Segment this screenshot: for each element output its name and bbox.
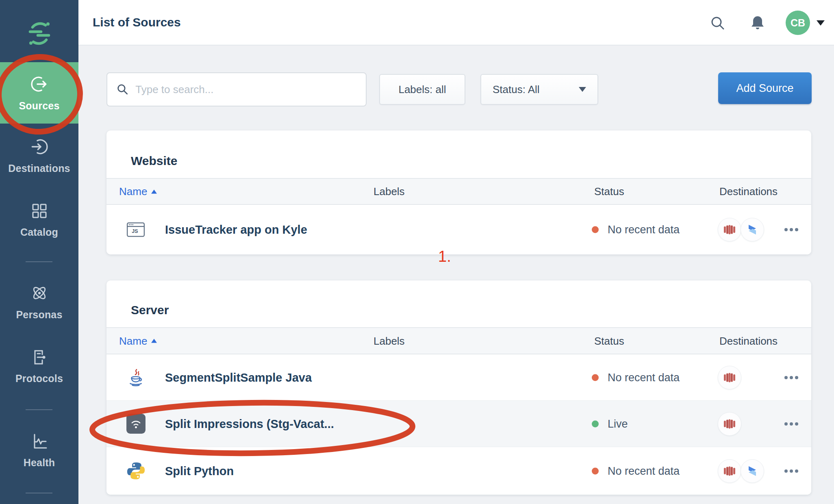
sort-ascending-icon (151, 189, 157, 193)
destinations-icon (29, 137, 50, 157)
sidebar-divider (26, 409, 52, 410)
website-section-card: Website Name Labels Status Destinations … (106, 130, 811, 254)
source-search-box (106, 72, 367, 106)
account-menu-caret-icon[interactable] (817, 20, 825, 26)
sidebar-item-label: Protocols (15, 373, 63, 385)
top-header: List of Sources CB (78, 0, 834, 46)
destinations-cell (718, 218, 764, 241)
destinations-cell (718, 366, 741, 389)
destinations-cell (718, 412, 741, 436)
sidebar-item-protocols[interactable]: Protocols (0, 343, 78, 389)
add-source-button[interactable]: Add Source (718, 72, 812, 104)
table-header: Name Labels Status Destinations (106, 327, 811, 354)
column-header-labels: Labels (374, 335, 405, 347)
status-cell: No recent data (592, 371, 680, 384)
python-icon (126, 461, 146, 481)
column-header-status: Status (594, 185, 624, 198)
status-cell: No recent data (592, 465, 680, 477)
sidebar-item-catalog[interactable]: Catalog (0, 196, 78, 243)
column-header-labels: Labels (374, 185, 405, 198)
sidebar-divider (26, 261, 52, 262)
warehouse-red-icon[interactable] (718, 366, 741, 389)
source-row-java[interactable]: SegmentSplitSample Java No recent data (106, 354, 811, 401)
labels-filter-button[interactable]: Labels: all (379, 74, 465, 105)
source-row-split-python[interactable]: Split Python No recent data (106, 447, 811, 495)
source-name: Split Impressions (Stg-Vacat... (165, 417, 334, 430)
sources-icon (29, 74, 50, 94)
status-cell: No recent data (592, 224, 680, 236)
sidebar-item-personas[interactable]: Personas (0, 278, 78, 325)
column-header-name[interactable]: Name (119, 335, 157, 347)
page-title: List of Sources (93, 15, 181, 29)
source-name: IssueTracker app on Kyle (165, 223, 307, 237)
java-icon (126, 368, 146, 387)
warehouse-red-icon[interactable] (718, 218, 741, 241)
column-header-destinations: Destinations (719, 335, 778, 347)
section-title: Server (131, 303, 169, 317)
status-text: No recent data (608, 224, 680, 236)
warehouse-red-icon[interactable] (718, 412, 741, 436)
wifi-device-icon (126, 414, 146, 434)
section-title: Website (131, 154, 177, 168)
sidebar-item-label: Destinations (8, 163, 70, 174)
row-actions-menu-icon[interactable] (783, 224, 800, 235)
source-row-issuetracker[interactable]: JS IssueTracker app on Kyle No recent da… (106, 205, 811, 254)
sources-page: Sources Destinations Catalog (0, 0, 834, 504)
status-dot (592, 226, 599, 233)
javascript-browser-icon: JS (126, 220, 146, 239)
sidebar-divider (26, 493, 52, 493)
table-header: Name Labels Status Destinations (106, 178, 811, 205)
source-row-split-impressions[interactable]: Split Impressions (Stg-Vacat... Live (106, 401, 811, 447)
column-header-destinations: Destinations (719, 185, 778, 198)
sidebar-item-label: Personas (16, 309, 62, 321)
status-text: No recent data (608, 371, 680, 384)
sidebar-item-destinations[interactable]: Destinations (0, 132, 78, 179)
status-dot (592, 420, 599, 427)
row-actions-menu-icon[interactable] (783, 465, 800, 477)
stitch-blue-icon[interactable] (741, 459, 764, 483)
protocols-icon (30, 348, 49, 367)
status-filter-dropdown[interactable]: Status: All (480, 74, 598, 105)
sort-ascending-icon (151, 339, 157, 343)
sidebar-item-label: Catalog (20, 226, 58, 238)
stitch-blue-icon[interactable] (741, 218, 764, 241)
search-icon[interactable] (710, 15, 726, 31)
labels-filter-label: Labels: all (398, 83, 446, 96)
notifications-bell-icon[interactable] (749, 14, 766, 31)
sidebar-item-sources[interactable]: Sources (0, 62, 78, 124)
server-section-card: Server Name Labels Status Destinations (106, 280, 811, 495)
sidebar-item-health[interactable]: Health (0, 427, 78, 474)
row-actions-menu-icon[interactable] (783, 372, 800, 383)
search-icon (116, 83, 129, 96)
column-header-name[interactable]: Name (119, 185, 157, 198)
destinations-cell (718, 459, 764, 483)
source-name: Split Python (165, 464, 234, 478)
sidebar-item-label: Health (24, 457, 55, 469)
status-text: Live (608, 417, 628, 430)
sidebar: Sources Destinations Catalog (0, 0, 78, 504)
segment-logo-icon[interactable] (26, 20, 52, 46)
status-dot (592, 467, 599, 474)
health-icon (30, 432, 49, 451)
status-cell: Live (592, 417, 628, 430)
search-input[interactable] (135, 83, 357, 96)
chevron-down-icon (579, 87, 586, 92)
warehouse-red-icon[interactable] (718, 459, 741, 483)
user-avatar[interactable]: CB (786, 11, 810, 35)
svg-text:JS: JS (132, 228, 138, 234)
status-dot (592, 374, 599, 381)
personas-icon (29, 283, 50, 303)
sidebar-item-label: Sources (19, 100, 59, 112)
catalog-icon (30, 201, 49, 221)
column-header-status: Status (594, 335, 624, 347)
status-text: No recent data (608, 465, 680, 477)
status-filter-label: Status: All (493, 83, 540, 96)
row-actions-menu-icon[interactable] (783, 418, 800, 430)
source-name: SegmentSplitSample Java (165, 371, 312, 384)
